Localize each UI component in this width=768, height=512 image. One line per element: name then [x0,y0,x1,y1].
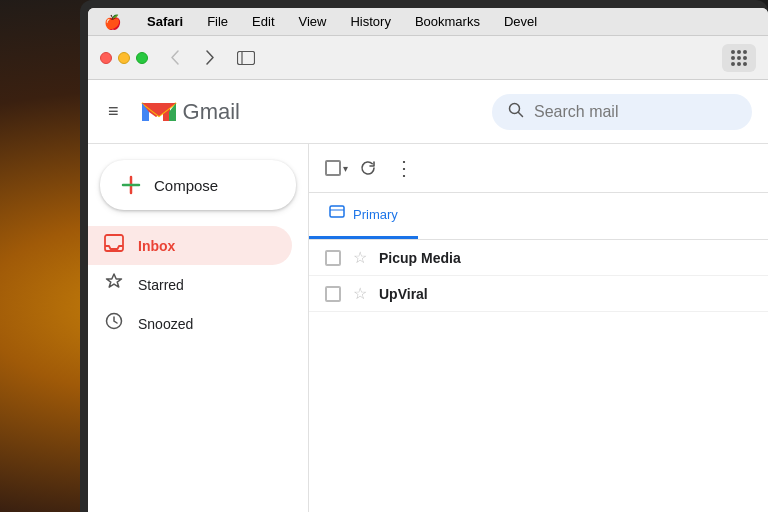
file-menu[interactable]: File [203,12,232,31]
sidebar-toggle-button[interactable] [232,44,260,72]
bookmarks-menu[interactable]: Bookmarks [411,12,484,31]
gmail-main-panel: ▾ ⋮ [308,144,768,512]
gmail-label: Gmail [183,99,240,125]
email-sender-1: Picup Media [379,250,509,266]
inbox-tabs: Primary [309,193,768,240]
gmail-body: Compose Inbox [88,144,768,512]
svg-rect-9 [330,206,344,217]
laptop-bezel: 🍎 Safari File Edit View History Bookmark… [80,0,768,512]
email-sender-2: UpViral [379,286,509,302]
chevron-down-icon: ▾ [343,163,348,174]
svg-rect-0 [238,51,255,64]
grid-icon [731,50,747,66]
forward-button[interactable] [196,44,224,72]
sidebar-item-snoozed[interactable]: Snoozed [88,304,292,343]
gmail-hamburger-menu[interactable]: ≡ [108,101,119,122]
sidebar-item-inbox[interactable]: Inbox [88,226,292,265]
star-button-1[interactable]: ☆ [353,248,367,267]
primary-tab-icon [329,205,345,224]
inbox-label: Inbox [138,238,175,254]
email-row-2[interactable]: ☆ UpViral [309,276,768,312]
safari-menu[interactable]: Safari [143,12,187,31]
safari-toolbar [88,36,768,80]
star-button-2[interactable]: ☆ [353,284,367,303]
close-button[interactable] [100,52,112,64]
search-box[interactable]: Search mail [492,94,752,130]
develop-menu[interactable]: Devel [500,12,541,31]
apple-menu[interactable]: 🍎 [100,12,125,32]
email-row-1[interactable]: ☆ Picup Media [309,240,768,276]
compose-label: Compose [154,177,218,194]
gmail-sidebar: Compose Inbox [88,144,308,512]
more-options-button[interactable]: ⋮ [388,152,420,184]
select-all-checkbox[interactable]: ▾ [325,160,348,176]
macos-menubar: 🍎 Safari File Edit View History Bookmark… [88,8,768,36]
gmail-logo: Gmail [139,98,240,126]
refresh-button[interactable] [352,152,384,184]
view-menu[interactable]: View [295,12,331,31]
clock-icon [104,312,124,335]
email-checkbox-1[interactable] [325,250,341,266]
screen: 🍎 Safari File Edit View History Bookmark… [88,8,768,512]
gmail-m-icon [139,98,179,126]
star-icon [104,273,124,296]
minimize-button[interactable] [118,52,130,64]
search-placeholder-text: Search mail [534,103,618,121]
compose-plus-icon [120,174,142,196]
fullscreen-button[interactable] [136,52,148,64]
starred-label: Starred [138,277,184,293]
svg-line-4 [519,112,523,116]
inbox-icon [104,234,124,257]
tab-primary[interactable]: Primary [309,193,418,239]
tabs-grid-button[interactable] [722,44,756,72]
email-checkbox-2[interactable] [325,286,341,302]
traffic-lights [100,52,148,64]
back-button[interactable] [160,44,188,72]
sidebar-item-starred[interactable]: Starred [88,265,292,304]
primary-tab-label: Primary [353,207,398,222]
snoozed-label: Snoozed [138,316,193,332]
history-menu[interactable]: History [346,12,394,31]
search-icon [508,102,524,122]
edit-menu[interactable]: Edit [248,12,278,31]
email-list-toolbar: ▾ ⋮ [309,144,768,193]
gmail-header: ≡ Gmail [88,80,768,144]
checkbox-icon [325,160,341,176]
gmail-app: ≡ Gmail [88,80,768,512]
compose-button[interactable]: Compose [100,160,296,210]
